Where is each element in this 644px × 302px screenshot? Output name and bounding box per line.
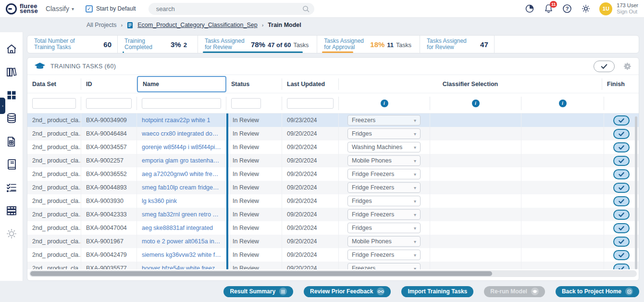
table-row[interactable]: 2nd_ product_cla... BXA-90046484 waeco c… bbox=[27, 127, 639, 140]
status-label: In Review bbox=[233, 252, 259, 258]
pie-chart-icon[interactable] bbox=[524, 3, 535, 14]
cell-name-link[interactable]: moto e 2 power alt0615a indoo... bbox=[142, 238, 221, 245]
finish-check-button[interactable] bbox=[613, 183, 630, 193]
start-by-default-checkbox[interactable]: ✓ bbox=[86, 5, 93, 13]
classifier-2-info-icon[interactable]: i bbox=[472, 100, 480, 107]
breadcrumb: All Projects › Ecom_Product_Category_Cla… bbox=[0, 18, 644, 32]
filter-id-input[interactable] bbox=[86, 98, 132, 109]
search-input[interactable] bbox=[156, 5, 302, 13]
table-row[interactable]: 2nd_ product_cla... BXA-90047004 aeg ske… bbox=[27, 221, 639, 235]
table-row[interactable]: 2nd_ product_cla... BXA-9003930 lg ks360… bbox=[27, 194, 639, 208]
flureesense-logo[interactable]: fluree sense bbox=[6, 3, 38, 14]
finish-check-button[interactable] bbox=[613, 210, 630, 220]
column-header-last-updated[interactable]: Last Updated bbox=[282, 78, 339, 90]
table-row[interactable]: 2nd_ product_cla... BXA-90034557 gorenje… bbox=[27, 140, 639, 154]
notifications-bell-icon[interactable]: 11 bbox=[543, 3, 554, 14]
action-review-prior-feedback-button[interactable]: Review Prior Feedback bbox=[304, 286, 391, 297]
cell-name-link[interactable]: siemens kg36vvw32 white frei... bbox=[142, 252, 221, 258]
classify-dropdown[interactable]: Classify ▾ bbox=[46, 5, 74, 13]
finish-check-button[interactable] bbox=[613, 237, 630, 247]
classifier-select[interactable]: Fridge Freezers ▾ bbox=[347, 209, 421, 220]
filter-dataset-input[interactable] bbox=[32, 98, 76, 109]
finish-check-button[interactable] bbox=[613, 250, 630, 260]
horizontal-scrollbar-thumb[interactable] bbox=[30, 271, 492, 276]
classifier-select[interactable]: Fridge Freezers ▾ bbox=[347, 182, 421, 193]
cell-name-link[interactable]: lg ks360 pink bbox=[142, 198, 177, 204]
table-row[interactable]: 2nd_ product_cla... BXA-90042479 siemens… bbox=[27, 248, 639, 262]
table-row[interactable]: 2nd_ product_cla... BXA-90035577 hoover … bbox=[27, 262, 639, 269]
footer-action-bar: Result SummaryReview Prior FeedbackImpor… bbox=[0, 281, 644, 302]
table-row[interactable]: 2nd_ product_cla... BXA-90034909 hotpoin… bbox=[27, 113, 639, 127]
action-back-to-project-home-button[interactable]: Back to Project Home bbox=[556, 286, 639, 297]
cell-name-link[interactable]: hotpoint rzaav22p white 1 bbox=[142, 117, 210, 124]
column-header-id[interactable]: ID bbox=[81, 78, 137, 90]
filter-status-input[interactable] bbox=[231, 98, 261, 109]
classifier-select[interactable]: Washing Machines ▾ bbox=[347, 142, 421, 152]
finish-check-button[interactable] bbox=[613, 156, 630, 166]
cell-name-link[interactable]: aeg ske88831af integrated bbox=[142, 225, 213, 231]
classifier-select[interactable]: Mobile Phones ▾ bbox=[347, 236, 421, 247]
avatar[interactable]: 1U bbox=[599, 2, 612, 15]
table-row[interactable]: 2nd_ product_cla... BXA-90036552 aeg a72… bbox=[27, 167, 639, 181]
column-header-dataset[interactable]: Data Set bbox=[27, 78, 81, 90]
classifier-3-info-icon[interactable]: i bbox=[559, 100, 567, 107]
cell-name-link[interactable]: hoover hfze54w white freezer ... bbox=[142, 265, 221, 269]
finish-check-button[interactable] bbox=[613, 223, 630, 233]
breadcrumb-all-projects[interactable]: All Projects bbox=[87, 22, 117, 28]
finish-check-button[interactable] bbox=[613, 264, 630, 270]
spreadsheet-icon[interactable] bbox=[5, 135, 18, 148]
finish-check-button[interactable] bbox=[613, 115, 630, 126]
classifier-select[interactable]: Fridge Freezers ▾ bbox=[347, 169, 421, 179]
classifier-select[interactable]: Freezers ▾ bbox=[347, 115, 421, 126]
classifier-select[interactable]: Fridges ▾ bbox=[347, 223, 421, 233]
sign-out-link[interactable]: Sign Out bbox=[617, 9, 638, 15]
classifier-select[interactable]: Fridges ▾ bbox=[347, 128, 421, 139]
cell-name-link[interactable]: gorenje w85f44p i w85f44piuk ... bbox=[142, 144, 221, 151]
table-row[interactable]: 2nd_ product_cla... BXA-9002257 emporia … bbox=[27, 154, 639, 167]
table-row[interactable]: 2nd_ product_cla... BXA-90044893 smeg fa… bbox=[27, 181, 639, 194]
database-icon[interactable] bbox=[5, 112, 18, 125]
home-icon[interactable] bbox=[5, 43, 18, 55]
finish-check-button[interactable] bbox=[613, 142, 630, 152]
column-header-name[interactable]: Name bbox=[137, 76, 226, 92]
action-import-training-tasks-button[interactable]: Import Training Tasks bbox=[401, 286, 473, 297]
cell-name-link[interactable]: waeco crx80 integrated dometi... bbox=[142, 130, 221, 137]
column-header-status[interactable]: Status bbox=[226, 78, 282, 90]
server-rows-icon[interactable] bbox=[5, 204, 18, 217]
column-header-finish[interactable]: Finish bbox=[602, 78, 637, 90]
finish-check-button[interactable] bbox=[613, 169, 630, 179]
gear-icon[interactable] bbox=[581, 3, 591, 14]
action-result-summary-button[interactable]: Result Summary bbox=[223, 286, 293, 297]
table-row[interactable]: 2nd_ product_cla... BXA-9001967 moto e 2… bbox=[27, 235, 639, 248]
apps-grid-icon[interactable] bbox=[5, 89, 18, 101]
classifier-select[interactable]: Freezers ▾ bbox=[347, 263, 421, 269]
table-row[interactable]: 2nd_ product_cla... BXA-90042333 smeg fa… bbox=[27, 208, 639, 221]
cell-id: BXA-9003930 bbox=[81, 194, 137, 208]
filter-updated-input[interactable] bbox=[287, 98, 334, 109]
classifier-select[interactable]: Fridge Freezers ▾ bbox=[347, 250, 421, 260]
library-icon[interactable] bbox=[5, 66, 18, 78]
checklist-icon[interactable] bbox=[5, 181, 18, 194]
classifier-1-info-icon[interactable]: i bbox=[381, 100, 388, 107]
finish-check-button[interactable] bbox=[613, 129, 630, 139]
cell-name-link[interactable]: smeg fab32rnl green retro styl... bbox=[142, 211, 221, 218]
action-re-run-model-button[interactable]: Re-run Model bbox=[484, 286, 545, 297]
horizontal-scrollbar[interactable] bbox=[29, 270, 637, 277]
settings-icon[interactable] bbox=[5, 227, 18, 240]
select-all-check-button[interactable] bbox=[594, 61, 615, 72]
filter-name-input[interactable] bbox=[142, 98, 221, 109]
cell-name-link[interactable]: emporia glam gro tastenhandy ... bbox=[142, 157, 221, 164]
finish-check-button[interactable] bbox=[613, 196, 630, 206]
cell-name-link[interactable]: smeg fab10lp cream fridges an... bbox=[142, 184, 221, 191]
vertical-scrollbar[interactable] bbox=[635, 116, 637, 269]
journal-icon[interactable] bbox=[5, 158, 18, 171]
panel-settings-gear-icon[interactable] bbox=[623, 62, 632, 71]
classifier-select[interactable]: Fridges ▾ bbox=[347, 196, 421, 206]
breadcrumb-project-link[interactable]: Ecom_Product_Category_Classification_Sep bbox=[137, 22, 257, 28]
chevron-down-icon: ▾ bbox=[414, 158, 416, 164]
help-icon[interactable]: ? bbox=[562, 3, 572, 14]
column-header-classifier-selection[interactable]: Classifier Selection bbox=[339, 78, 602, 90]
cell-name-link[interactable]: aeg a72020gnw0 white freezer... bbox=[142, 171, 221, 177]
sidebar-expand-handle[interactable]: › bbox=[0, 98, 5, 114]
classifier-select[interactable]: Mobile Phones ▾ bbox=[347, 155, 421, 166]
